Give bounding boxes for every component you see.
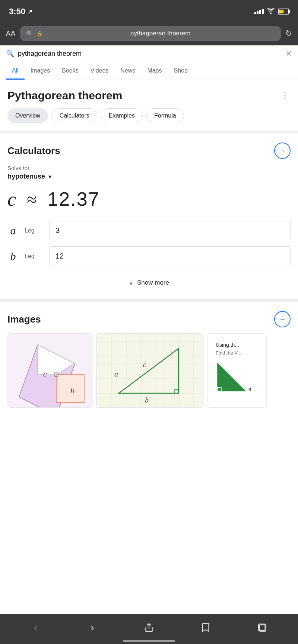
search-query-display[interactable]: pythagorean theorem <box>18 50 282 58</box>
tab-shop[interactable]: Shop <box>168 62 194 80</box>
forward-icon: › <box>91 622 94 634</box>
content-wrapper: 🔍 pythagorean theorem ✕ All Images Books… <box>0 45 298 443</box>
aa-button[interactable]: AA <box>6 30 16 38</box>
url-bar[interactable]: 🔍 🔒 pythagoeran thoerem <box>20 26 281 41</box>
triangle-diagram-2: c a b <box>96 334 204 408</box>
image-card-1[interactable]: c b <box>7 333 93 408</box>
result-value: 12.37 <box>47 188 99 210</box>
wifi-icon <box>267 8 275 16</box>
svg-text:c: c <box>43 369 47 378</box>
svg-text:a: a <box>248 386 251 392</box>
bookmarks-button[interactable] <box>196 619 215 636</box>
tab-videos[interactable]: Videos <box>85 62 115 80</box>
image-card-3[interactable]: Using th... Find the V... a <box>207 333 267 408</box>
signal-bar-1 <box>254 12 256 14</box>
input-label-b: Leg <box>25 253 43 260</box>
result-approx-symbol: ≈ <box>27 190 37 209</box>
image-card-2[interactable]: c a b <box>96 333 204 408</box>
kp-more-button[interactable]: ⋮ <box>279 89 291 102</box>
show-more-label: Show more <box>137 279 169 286</box>
browser-bar: AA 🔍 🔒 pythagoeran thoerem ↻ <box>0 22 298 45</box>
show-more-button[interactable]: ∨ Show more <box>7 272 291 293</box>
arrow-right-icon-images: → <box>279 315 286 323</box>
solve-for-value: hypotenuse <box>7 173 45 180</box>
tab-maps[interactable]: Maps <box>141 62 168 80</box>
calculators-section: Calculators → Solve for hypotenuse ▼ c ≈… <box>0 134 298 302</box>
input-field-b[interactable] <box>49 246 291 266</box>
chevron-down-icon: ∨ <box>129 279 133 286</box>
bookmarks-icon <box>201 623 210 632</box>
svg-text:b: b <box>145 396 149 404</box>
input-row-b: b Leg <box>7 246 291 266</box>
image-card-3-triangle: a <box>216 359 253 393</box>
tab-all[interactable]: All <box>6 62 25 80</box>
tabs-button[interactable] <box>253 619 272 636</box>
battery-icon <box>278 9 289 15</box>
search-icon: 🔍 <box>26 30 34 37</box>
bottom-nav: ‹ › <box>0 614 298 644</box>
solve-for-label: Solve for <box>7 165 291 171</box>
image-card-3-subtitle: Find the V... <box>216 350 258 356</box>
signal-bar-4 <box>262 9 264 14</box>
images-title: Images <box>7 314 41 325</box>
calculators-title: Calculators <box>7 145 60 157</box>
kp-tab-overview[interactable]: Overview <box>7 108 48 123</box>
kp-tabs: Overview Calculators Examples Formula <box>7 108 291 125</box>
signal-bars <box>254 9 264 14</box>
calculators-header: Calculators → <box>7 142 291 159</box>
images-arrow-button[interactable]: → <box>274 311 291 327</box>
url-text: pythagoeran thoerem <box>46 30 275 37</box>
reload-button[interactable]: ↻ <box>285 29 292 38</box>
kp-tab-calculators[interactable]: Calculators <box>52 108 97 123</box>
kp-tab-formula[interactable]: Formula <box>146 108 184 123</box>
knowledge-panel: Pythagorean theorem ⋮ Overview Calculato… <box>0 80 298 134</box>
status-bar: 3:50 ↗ <box>0 0 298 22</box>
dropdown-arrow-icon: ▼ <box>47 174 53 180</box>
svg-rect-8 <box>96 334 204 408</box>
tab-images[interactable]: Images <box>25 62 56 80</box>
home-indicator <box>123 640 175 642</box>
images-grid: c b <box>7 333 291 408</box>
lock-icon: 🔒 <box>37 31 43 36</box>
images-section: Images → c b <box>0 302 298 414</box>
location-icon: ↗ <box>28 8 32 15</box>
image-card-3-content: Using th... Find the V... a <box>212 338 262 403</box>
svg-text:a: a <box>114 370 118 378</box>
calculators-arrow-button[interactable]: → <box>274 142 291 159</box>
inputs-grid: a Leg b Leg <box>7 221 291 266</box>
nav-tabs: All Images Books Videos News Maps Shop <box>0 62 298 80</box>
signal-bar-3 <box>259 10 261 14</box>
kp-title: Pythagorean theorem <box>7 89 122 102</box>
time-display: 3:50 <box>9 7 25 16</box>
search-icon: 🔍 <box>6 49 14 58</box>
input-var-b: b <box>7 250 19 263</box>
image-card-3-title: Using th... <box>216 342 258 348</box>
status-icons <box>254 8 289 16</box>
tab-books[interactable]: Books <box>56 62 84 80</box>
svg-text:b: b <box>70 386 74 395</box>
search-clear-button[interactable]: ✕ <box>286 49 292 58</box>
result-variable: c <box>7 189 17 210</box>
signal-bar-2 <box>257 11 259 14</box>
triangle-diagram-1: c b <box>8 334 93 408</box>
input-label-a: Leg <box>25 227 43 234</box>
solve-for-dropdown[interactable]: hypotenuse ▼ <box>7 173 291 180</box>
back-icon: ‹ <box>34 622 37 634</box>
search-bar-container: 🔍 pythagorean theorem ✕ <box>0 45 298 62</box>
forward-button[interactable]: › <box>83 619 102 636</box>
input-field-a[interactable] <box>49 221 291 240</box>
back-button[interactable]: ‹ <box>26 619 45 636</box>
result-display: c ≈ 12.37 <box>7 188 291 210</box>
input-var-a: a <box>7 224 19 237</box>
share-button[interactable] <box>140 619 158 636</box>
input-row-a: a Leg <box>7 221 291 240</box>
images-header: Images → <box>7 311 291 327</box>
status-time: 3:50 ↗ <box>9 7 32 16</box>
share-icon <box>144 623 154 632</box>
kp-tab-examples[interactable]: Examples <box>101 108 143 123</box>
tab-news[interactable]: News <box>114 62 141 80</box>
tabs-icon <box>257 623 267 632</box>
battery-fill <box>279 10 283 13</box>
svg-text:c: c <box>143 361 146 369</box>
arrow-right-icon: → <box>279 147 286 155</box>
